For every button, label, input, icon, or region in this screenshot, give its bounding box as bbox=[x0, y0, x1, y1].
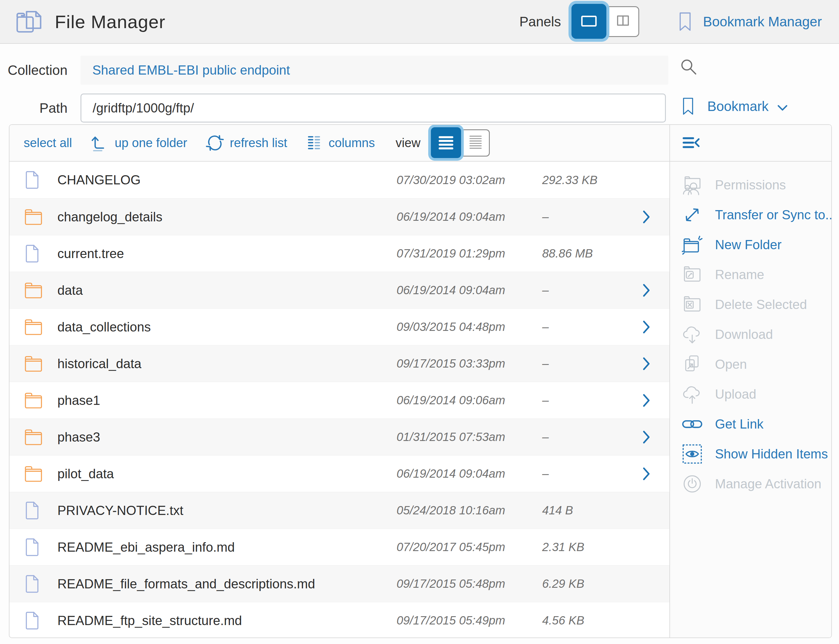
up-one-folder-button[interactable]: up one folder bbox=[90, 134, 187, 152]
table-row-README_ftp_site_structure.md[interactable]: README_ftp_site_structure.md 09/17/2015 … bbox=[10, 602, 670, 638]
sidebar-item-open: Open bbox=[670, 349, 832, 379]
compact-view-icon bbox=[467, 133, 484, 151]
view-toggle bbox=[432, 129, 490, 156]
folder-icon bbox=[24, 355, 57, 372]
upload-cloud-icon bbox=[681, 383, 703, 405]
sidebar-item-permissions: Permissions bbox=[670, 170, 832, 200]
sidebar-item-new-folder[interactable]: New Folder bbox=[670, 230, 832, 260]
bookmark-dropdown[interactable]: Bookmark bbox=[681, 97, 788, 116]
table-row-PRIVACY-NOTICE.txt[interactable]: PRIVACY-NOTICE.txt 05/24/2018 10:16am 41… bbox=[10, 492, 670, 529]
sidebar-item-transfer-or-sync-to[interactable]: Transfer or Sync to... bbox=[670, 200, 832, 230]
bookmark-manager-link[interactable]: Bookmark Manager bbox=[678, 11, 822, 32]
power-icon bbox=[681, 473, 703, 495]
chevron-right-icon[interactable] bbox=[640, 393, 650, 407]
collection-label: Collection bbox=[0, 62, 67, 78]
open-pages-icon bbox=[681, 353, 703, 375]
sidebar-item-upload: Upload bbox=[670, 379, 832, 409]
file-icon bbox=[24, 244, 57, 263]
collection-input[interactable]: Shared EMBL-EBI public endpoint bbox=[80, 56, 668, 85]
folder-icon bbox=[24, 465, 57, 482]
view-label: view bbox=[396, 136, 420, 150]
chevron-down-icon bbox=[777, 104, 788, 112]
view-list-button[interactable] bbox=[431, 127, 461, 158]
table-row-historical_data[interactable]: historical_data 09/17/2015 03:33pm – bbox=[10, 345, 670, 382]
panels-dual-button[interactable] bbox=[607, 7, 638, 34]
bookmark-icon bbox=[678, 11, 693, 32]
app-header: File Manager Panels Bookmark Manager bbox=[0, 0, 839, 44]
delete-folder-icon bbox=[681, 294, 703, 315]
sidebar-item-get-link[interactable]: Get Link bbox=[670, 409, 832, 439]
view-compact-button[interactable] bbox=[462, 130, 489, 154]
up-one-folder-icon bbox=[90, 134, 108, 152]
file-icon bbox=[24, 501, 57, 520]
folder-icon bbox=[24, 429, 57, 446]
file-list: CHANGELOG 07/30/2019 03:02am 292.33 KB c… bbox=[10, 162, 670, 638]
link-chain-icon bbox=[681, 413, 703, 435]
bookmark-label: Bookmark bbox=[707, 98, 768, 114]
table-row-changelog_details[interactable]: changelog_details 06/19/2014 09:04am – bbox=[10, 198, 670, 235]
dual-panel-icon bbox=[613, 11, 633, 31]
file-pane: select all up one folder refresh list co… bbox=[10, 125, 670, 637]
users-folder-icon bbox=[681, 174, 703, 196]
chevron-right-icon[interactable] bbox=[640, 320, 650, 334]
chevron-right-icon[interactable] bbox=[640, 356, 650, 371]
chevron-right-icon[interactable] bbox=[640, 210, 650, 224]
file-toolbar: select all up one folder refresh list co… bbox=[10, 125, 670, 162]
sidebar-item-download: Download bbox=[670, 319, 832, 349]
select-all-button[interactable]: select all bbox=[24, 136, 72, 150]
single-panel-icon bbox=[578, 10, 600, 33]
rename-folder-icon bbox=[681, 264, 703, 286]
file-icon bbox=[24, 611, 57, 630]
table-row-CHANGELOG[interactable]: CHANGELOG 07/30/2019 03:02am 292.33 KB bbox=[10, 162, 670, 198]
chevron-right-icon[interactable] bbox=[640, 430, 650, 444]
panels-toggle bbox=[573, 6, 639, 37]
table-row-phase3[interactable]: phase3 01/31/2015 07:53am – bbox=[10, 419, 670, 455]
folder-icon bbox=[24, 282, 57, 299]
search-button[interactable] bbox=[679, 58, 699, 77]
list-view-icon bbox=[437, 133, 455, 152]
download-cloud-icon bbox=[681, 324, 703, 345]
sidebar-item-show-hidden-items[interactable]: Show Hidden Items bbox=[670, 439, 832, 469]
bookmark-manager-label: Bookmark Manager bbox=[703, 14, 822, 30]
file-manager-icon bbox=[15, 10, 44, 34]
path-label: Path bbox=[0, 100, 67, 116]
table-row-current.tree[interactable]: current.tree 07/31/2019 01:29pm 88.86 MB bbox=[10, 235, 670, 272]
bookmark-icon bbox=[681, 97, 695, 116]
sidebar-item-delete-selected: Delete Selected bbox=[670, 289, 832, 319]
path-input[interactable]: /gridftp/1000g/ftp/ bbox=[80, 94, 666, 123]
table-row-data_collections[interactable]: data_collections 09/03/2015 04:48pm – bbox=[10, 308, 670, 345]
refresh-list-button[interactable]: refresh list bbox=[206, 134, 287, 152]
chevron-right-icon[interactable] bbox=[640, 283, 650, 297]
page-title: File Manager bbox=[55, 11, 166, 32]
table-row-README_ebi_aspera_info.md[interactable]: README_ebi_aspera_info.md 07/20/2017 05:… bbox=[10, 529, 670, 565]
show-hidden-eye-icon bbox=[681, 443, 703, 465]
panels-single-button[interactable] bbox=[571, 4, 606, 39]
folder-icon bbox=[24, 319, 57, 336]
table-row-data[interactable]: data 06/19/2014 09:04am – bbox=[10, 272, 670, 308]
sidebar-items: Permissions Transfer or Sync to... New F… bbox=[670, 162, 832, 499]
search-icon bbox=[679, 58, 699, 77]
sidebar-item-rename: Rename bbox=[670, 260, 832, 289]
new-folder-icon bbox=[681, 234, 703, 256]
collapse-sidebar-icon[interactable] bbox=[682, 135, 701, 151]
location-bar: Collection Shared EMBL-EBI public endpoi… bbox=[0, 44, 839, 124]
file-icon bbox=[24, 171, 57, 189]
columns-button[interactable]: columns bbox=[305, 135, 375, 151]
chevron-right-icon[interactable] bbox=[640, 467, 650, 481]
table-row-phase1[interactable]: phase1 06/19/2014 09:06am – bbox=[10, 382, 670, 419]
refresh-icon bbox=[206, 134, 224, 152]
sidebar-header bbox=[670, 125, 832, 162]
panels-label: Panels bbox=[519, 14, 561, 30]
folder-icon bbox=[24, 209, 57, 225]
sidebar-item-manage-activation: Manage Activation bbox=[670, 469, 832, 499]
file-icon bbox=[24, 538, 57, 557]
transfer-arrows-icon bbox=[681, 204, 703, 226]
table-row-pilot_data[interactable]: pilot_data 06/19/2014 09:04am – bbox=[10, 455, 670, 492]
columns-icon bbox=[305, 135, 323, 151]
file-icon bbox=[24, 575, 57, 593]
action-sidebar: Permissions Transfer or Sync to... New F… bbox=[670, 125, 832, 637]
table-row-README_file_formats_and_descriptions.md[interactable]: README_file_formats_and_descriptions.md … bbox=[10, 565, 670, 602]
folder-icon bbox=[24, 392, 57, 409]
path-value: /gridftp/1000g/ftp/ bbox=[93, 100, 194, 115]
main-panes: select all up one folder refresh list co… bbox=[9, 124, 832, 638]
